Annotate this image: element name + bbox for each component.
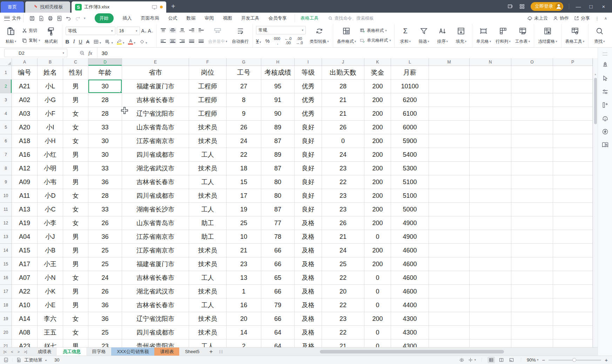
vertical-scrollbar[interactable]: ▲ bbox=[593, 58, 598, 356]
cell[interactable]: 5100 bbox=[391, 175, 429, 189]
cell[interactable]: 江苏省南京市 bbox=[122, 230, 189, 244]
cell[interactable] bbox=[511, 230, 553, 244]
cell[interactable]: 200 bbox=[364, 216, 391, 230]
column-header[interactable]: B bbox=[38, 58, 63, 66]
cell[interactable] bbox=[470, 66, 511, 80]
cell[interactable]: 25 bbox=[88, 326, 122, 339]
cell[interactable]: 200 bbox=[364, 134, 391, 148]
cell[interactable]: 28 bbox=[322, 80, 364, 93]
fill-button[interactable]: 填充▾ bbox=[453, 26, 469, 46]
cell[interactable]: 等级 bbox=[295, 66, 322, 80]
cell[interactable]: 性别 bbox=[63, 66, 88, 80]
first-sheet-icon[interactable]: |< bbox=[4, 350, 7, 354]
last-sheet-icon[interactable]: >| bbox=[24, 350, 27, 354]
cell[interactable]: 优秀 bbox=[295, 80, 322, 93]
cell[interactable]: 10100 bbox=[391, 80, 429, 93]
collapse-ribbon-icon[interactable]: ∧ bbox=[604, 16, 607, 21]
decrease-indent-icon[interactable] bbox=[188, 28, 195, 33]
cell[interactable]: 吉林省长春市 bbox=[122, 175, 189, 189]
cell[interactable]: 79 bbox=[261, 298, 295, 312]
hamburger-icon[interactable] bbox=[4, 16, 10, 21]
cell[interactable]: 200 bbox=[364, 107, 391, 121]
row-header[interactable]: 3 bbox=[0, 93, 12, 107]
cell[interactable] bbox=[429, 216, 470, 230]
cell[interactable]: 6200 bbox=[391, 93, 429, 107]
sidebar-drag-handle[interactable] bbox=[603, 53, 607, 55]
increase-indent-icon[interactable] bbox=[198, 28, 204, 33]
eye-protect-icon[interactable] bbox=[459, 357, 464, 363]
cell[interactable] bbox=[511, 285, 553, 298]
fill-handle[interactable] bbox=[120, 91, 122, 93]
cell[interactable]: A10 bbox=[12, 298, 38, 312]
align-top-icon[interactable] bbox=[160, 28, 167, 33]
cell[interactable]: 四川省成都市 bbox=[122, 189, 189, 203]
cell[interactable] bbox=[553, 230, 593, 244]
js-macro-icon[interactable]: JS bbox=[4, 357, 9, 363]
cell[interactable]: 5900 bbox=[391, 134, 429, 148]
increase-font-button[interactable]: A+ bbox=[141, 28, 147, 34]
template-store-tab[interactable]: 找稻壳模板 bbox=[25, 1, 70, 13]
table-tools-menu[interactable]: 表格工具 bbox=[301, 15, 319, 21]
cell[interactable] bbox=[429, 107, 470, 121]
cell[interactable]: 200 bbox=[364, 244, 391, 257]
cell[interactable]: 男 bbox=[63, 175, 88, 189]
cell[interactable] bbox=[470, 285, 511, 298]
cell[interactable] bbox=[429, 134, 470, 148]
home-tab[interactable]: 首页 bbox=[1, 1, 24, 13]
cell[interactable]: 助工 bbox=[189, 230, 227, 244]
format-painter-button[interactable]: 格式刷 bbox=[43, 26, 59, 46]
column-header[interactable]: K bbox=[364, 58, 391, 66]
formula-input[interactable]: 30 bbox=[97, 48, 598, 58]
align-middle-icon[interactable] bbox=[169, 28, 176, 33]
cell[interactable]: 男 bbox=[63, 162, 88, 175]
wage-tool-caret-icon[interactable]: ▴ bbox=[45, 358, 47, 362]
cell[interactable]: 及格 bbox=[295, 216, 322, 230]
insert-function-button[interactable]: fx bbox=[88, 50, 92, 56]
cell[interactable]: 36 bbox=[88, 312, 122, 326]
cell[interactable] bbox=[511, 148, 553, 162]
cell[interactable] bbox=[553, 107, 593, 121]
cell[interactable]: 26 bbox=[88, 285, 122, 298]
row-header[interactable]: 15 bbox=[0, 257, 12, 271]
scroll-up-icon[interactable]: ▲ bbox=[594, 73, 597, 75]
row-header[interactable]: 7 bbox=[0, 148, 12, 162]
cell[interactable]: 5400 bbox=[391, 148, 429, 162]
row-header[interactable]: 5 bbox=[0, 121, 12, 134]
cell[interactable]: 女 bbox=[63, 134, 88, 148]
cell[interactable] bbox=[429, 230, 470, 244]
cell[interactable]: 女 bbox=[63, 326, 88, 339]
cell[interactable]: 23 bbox=[88, 339, 122, 347]
cell[interactable]: A21 bbox=[12, 80, 38, 93]
cell[interactable]: 男 bbox=[63, 257, 88, 271]
cell[interactable] bbox=[553, 339, 593, 347]
cell[interactable]: 月薪 bbox=[391, 66, 429, 80]
cell[interactable] bbox=[470, 298, 511, 312]
cell[interactable]: 福建省厦门市 bbox=[122, 257, 189, 271]
cell[interactable]: 良好 bbox=[295, 162, 322, 175]
cell[interactable]: 33 bbox=[88, 162, 122, 175]
cell[interactable]: A13 bbox=[12, 203, 38, 216]
cell[interactable] bbox=[553, 257, 593, 271]
cell[interactable] bbox=[429, 298, 470, 312]
cell[interactable]: 编号 bbox=[12, 66, 38, 80]
cell[interactable]: 30 bbox=[88, 134, 122, 148]
column-header[interactable]: G bbox=[227, 58, 261, 66]
cell[interactable] bbox=[553, 216, 593, 230]
row-header[interactable]: 11 bbox=[0, 203, 12, 216]
more-menu-icon[interactable]: ⋮ bbox=[595, 16, 599, 21]
locate-selection-button[interactable]: ▾ bbox=[468, 357, 476, 363]
cell[interactable]: 200 bbox=[364, 80, 391, 93]
cell[interactable]: 及格 bbox=[295, 326, 322, 339]
print-icon[interactable] bbox=[47, 15, 53, 21]
cell[interactable]: A04 bbox=[12, 230, 38, 244]
cell[interactable] bbox=[470, 271, 511, 285]
cell[interactable]: 男 bbox=[63, 244, 88, 257]
column-header[interactable]: F bbox=[189, 58, 227, 66]
zoom-in-button[interactable]: + bbox=[605, 357, 608, 363]
cell[interactable]: 工人 bbox=[189, 148, 227, 162]
new-tab-button[interactable]: + bbox=[171, 2, 175, 11]
cell[interactable]: 工程师 bbox=[189, 93, 227, 107]
font-name-select[interactable]: 等线▾ bbox=[66, 27, 115, 35]
export-icon[interactable] bbox=[38, 15, 44, 21]
cell[interactable] bbox=[429, 80, 470, 93]
